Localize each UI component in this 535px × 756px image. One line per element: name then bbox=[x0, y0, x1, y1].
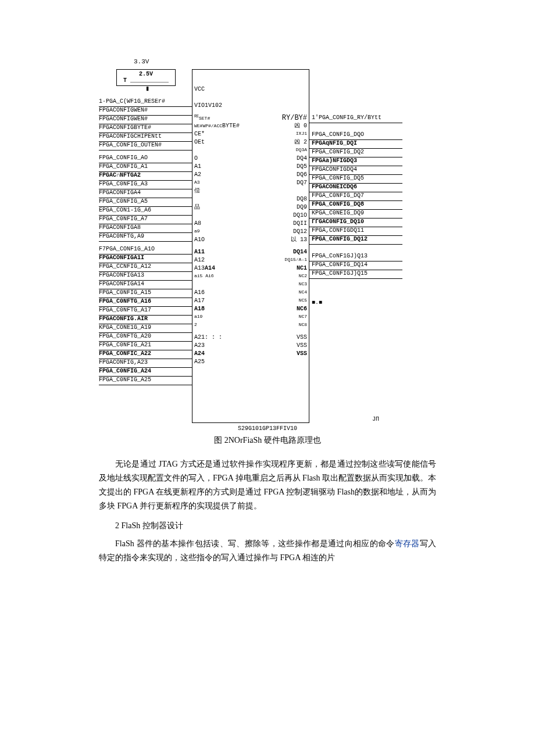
left-sig: FPGA_C0NFTG_A16 bbox=[99, 298, 192, 307]
left-sig: FPGA_C0NFIG_A24 bbox=[99, 368, 192, 377]
right-signal-column: 1'PGA_CONFIG_RY/BYtt FPGA_CONFIG_DQO FPG… bbox=[309, 69, 402, 423]
left-sig: FPGA_C0NFTG_A17 bbox=[99, 307, 192, 316]
left-sig: FPGACONFIG.AIR bbox=[99, 316, 192, 324]
left-sig: FPGA_C0NFIG_A21 bbox=[99, 342, 192, 350]
left-sig: FPGA_C0NFTG_A20 bbox=[99, 333, 192, 342]
left-sig: FPGACONFIGWEN# bbox=[99, 107, 192, 116]
right-sig: 1'PGA_CONFIG_RY/BYtt bbox=[309, 114, 402, 123]
left-sig: FPGA_CONFIC_A22 bbox=[99, 350, 192, 359]
left-sig: FPGA_C0NFIG_A3 bbox=[99, 181, 192, 189]
left-sig: FPGA_C0NFIG_A5 bbox=[99, 198, 192, 207]
left-sig: 1·PGA_C(WF1G_RESEr# bbox=[99, 98, 192, 107]
section-heading-2: 2 FlaSh 控制器设计 bbox=[99, 521, 436, 531]
jtag-marker: JΠ bbox=[309, 416, 402, 423]
figure-caption: 图 2NOrFiaSh 硬件电路原理也 bbox=[99, 435, 436, 446]
left-sig: FPGA_C0NFIG_A7 bbox=[99, 216, 192, 224]
left-sig: FPGA_CONFIG_OUTEN# bbox=[99, 142, 192, 151]
right-sig: FPGA,CONFIGDQ11 bbox=[309, 227, 402, 236]
voltage-3v3: 3.3V bbox=[134, 58, 436, 66]
left-sig: FPGACONFIGA14 bbox=[99, 281, 192, 289]
left-sig: KPGA_CONE1G_A19 bbox=[99, 324, 192, 333]
register-link[interactable]: 寄存器 bbox=[395, 539, 420, 548]
left-sig: FPGA_C0NFIG_A15 bbox=[99, 289, 192, 298]
right-sig: KPGA_C0NEIG_DQ9 bbox=[309, 210, 402, 218]
left-sig: F7PGA_CONF1G_A1O bbox=[99, 246, 192, 255]
left-sig: FPGACONFIGWEN# bbox=[99, 116, 192, 124]
left-sig: FPGA_CONFIG_AO bbox=[99, 155, 192, 163]
left-sig: FPGAC0NFTG,A9 bbox=[99, 233, 192, 242]
right-sig: FPGA_CONFIG_DQO bbox=[309, 131, 402, 140]
left-sig: FPGA_C0NFIG_A25 bbox=[99, 377, 192, 385]
left-sig: FPGACONFIGA8 bbox=[99, 224, 192, 233]
left-sig: FPGACONFIGBYTE# bbox=[99, 124, 192, 133]
right-sig: FPGA_C0NFIG_DQ14 bbox=[309, 261, 402, 270]
right-sig: FPGA_C0NFIG_DQ2 bbox=[309, 149, 402, 157]
right-sig: FPGA_C0NFIG_DQ7 bbox=[309, 192, 402, 201]
right-sig: FPGACONFIGDQ4 bbox=[309, 166, 402, 175]
left-sig: FPGACONFIGCHIPENtt bbox=[99, 133, 192, 142]
body-paragraph-2: FlaSh 器件的基本操作包括读、写、擦除等，这些操作都是通过向相应的命令寄存器… bbox=[99, 537, 436, 565]
left-sig: FPGA_CONFIG_A1 bbox=[99, 163, 192, 172]
left-sig: FPGACONFIGA4 bbox=[99, 189, 192, 198]
left-sig: FPGACONFIGA13 bbox=[99, 272, 192, 281]
right-sig: FPGA_CoNF1GJ)Q13 bbox=[309, 253, 402, 261]
right-sig: FPGA_C0NFIG_DQ5 bbox=[309, 175, 402, 184]
right-sig: FPGA_C0NFIG_DQ8 bbox=[309, 201, 402, 210]
decor-marker: ■.■ bbox=[312, 299, 402, 306]
left-sig: FPGACONFIGA1I bbox=[99, 255, 192, 263]
left-sig: EPGA_CON1-1G_A6 bbox=[99, 207, 192, 216]
schematic-diagram: 3.3V 2.5V T ___________ ▮ 1·PGA_C(WF1G_R… bbox=[99, 58, 436, 432]
body-paragraph-1: 无论是通过 JTAG 方式还是通过软件操作实现程序更新，都是通过控制这些读写使能… bbox=[99, 457, 436, 513]
right-sig: FPGA_C0NFIG_DQ12 bbox=[309, 236, 402, 245]
right-sig: FPGACONEICDQ6 bbox=[309, 184, 402, 192]
flash-chip-body: VCC VIO1V102 RESET#RY/BY# WE#WP#/ACCBYTE… bbox=[192, 69, 309, 423]
left-sig: FPGAC∩NFTGA2 bbox=[99, 172, 192, 181]
voltage-box: 2.5V T ___________ bbox=[116, 69, 176, 86]
right-sig: ΓΓGAC0NFIG_DQ10 bbox=[309, 218, 402, 227]
part-number: S29G101GP13FFIV10 bbox=[99, 425, 436, 432]
left-sig: FPGA_CCNFIG_A12 bbox=[99, 263, 192, 272]
right-sig: FPGAqNFIG_DQI bbox=[309, 140, 402, 149]
right-sig: FPGAa)NFIGDQ3 bbox=[309, 157, 402, 166]
left-signal-column: 2.5V T ___________ ▮ 1·PGA_C(WF1G_RESEr#… bbox=[99, 69, 192, 423]
left-sig: FPGACONFIG,A23 bbox=[99, 359, 192, 368]
right-sig: FPGA_C0NFIGJ)Q15 bbox=[309, 270, 402, 279]
